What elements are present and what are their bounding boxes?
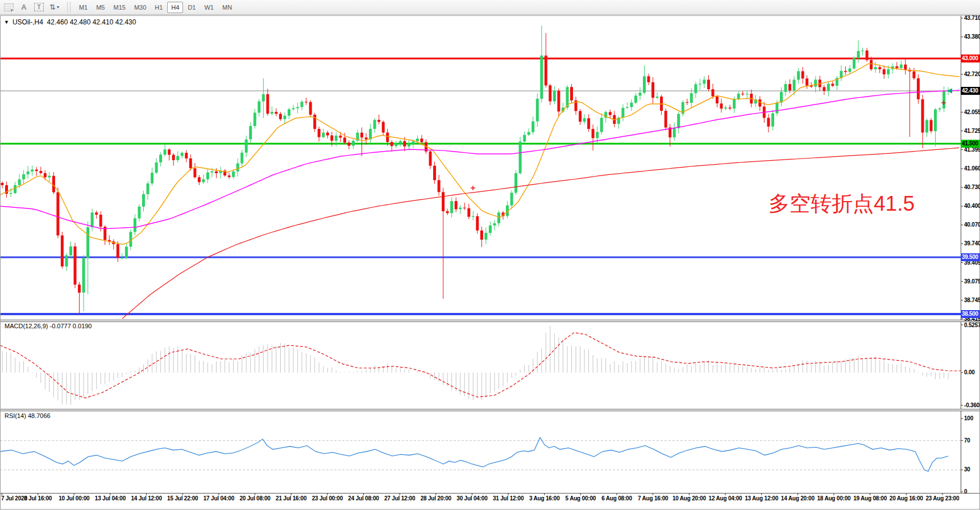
chart-title: ▼ USOil-,H4 42.460 42.480 42.410 42.430 [4,18,136,26]
symbol-dropdown-icon[interactable]: ▼ [4,19,9,25]
mt4-window: F A T ⇅ ▾ M1M5M15M30H1H4D1W1MN 43.71043.… [0,0,980,510]
chart-window: 43.71043.38042.72042.05541.72541.39541.0… [0,15,980,510]
rsi-indicator-label: RSI(14) 48.7066 [5,412,51,419]
chart-title-text: USOil-,H4 42.460 42.480 42.410 42.430 [13,18,136,26]
axis-labels-layer: 43.71043.38042.72042.05541.72541.39541.0… [0,0,980,510]
macd-indicator-label: MACD(12,26,9) -0.0777 0.0190 [5,323,92,329]
price-axis[interactable] [961,15,980,493]
chart-annotation-text[interactable]: 多空转折点41.5 [769,190,915,218]
time-axis[interactable] [0,493,961,509]
